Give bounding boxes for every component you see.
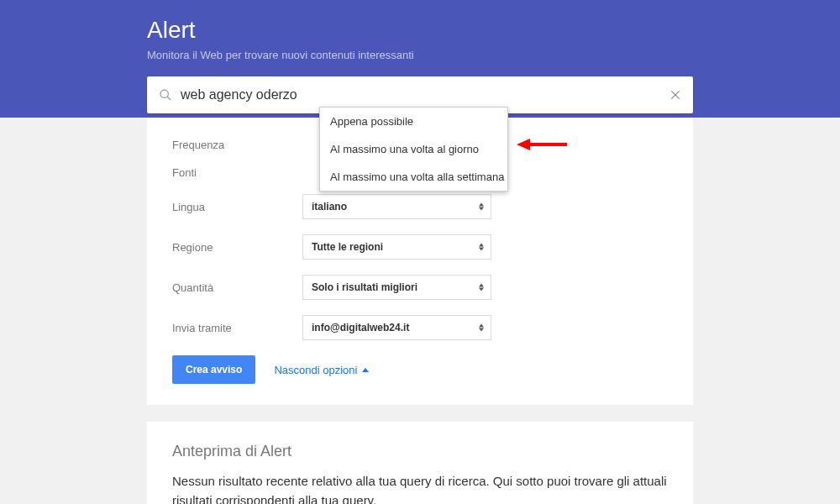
select-invia[interactable]: info@digitalweb24.it (302, 315, 491, 340)
svg-line-1 (167, 97, 171, 100)
hide-options-label: Nascondi opzioni (274, 364, 357, 376)
select-quantita[interactable]: Solo i risultati migliori (302, 275, 491, 300)
dropdown-option-0[interactable]: Appena possibile (320, 108, 507, 135)
label-regione: Regione (172, 241, 302, 254)
search-icon (159, 88, 172, 102)
search-input[interactable] (181, 87, 669, 102)
dropdown-option-1[interactable]: Al massimo una volta al giorno (320, 135, 507, 163)
updown-icon (479, 324, 484, 332)
select-quantita-value: Solo i risultati migliori (312, 281, 417, 293)
updown-icon (479, 244, 484, 251)
select-invia-value: info@digitalweb24.it (312, 322, 409, 333)
label-fonti: Fonti (172, 166, 302, 179)
header: Alert Monitora il Web per trovare nuovi … (0, 0, 840, 118)
select-regione-value: Tutte le regioni (312, 241, 383, 253)
svg-marker-5 (517, 139, 530, 150)
page-subtitle: Monitora il Web per trovare nuovi conten… (147, 49, 693, 61)
preview-card: Anteprima di Alert Nessun risultato rece… (147, 422, 693, 504)
select-regione[interactable]: Tutte le regioni (302, 234, 491, 260)
preview-title: Anteprima di Alert (172, 443, 668, 460)
preview-text: Nessun risultato recente relativo alla t… (172, 472, 668, 504)
select-lingua[interactable]: italiano (302, 194, 491, 219)
caret-up-icon (362, 368, 369, 372)
updown-icon (479, 284, 484, 291)
label-quantita: Quantità (172, 281, 302, 294)
create-alert-button[interactable]: Crea avviso (172, 355, 255, 384)
annotation-arrow-icon (517, 136, 567, 156)
frequenza-dropdown: Appena possibile Al massimo una volta al… (319, 107, 508, 192)
clear-icon[interactable] (669, 89, 681, 101)
label-invia: Invia tramite (172, 322, 302, 334)
select-lingua-value: italiano (312, 201, 347, 213)
page-title: Alert (147, 17, 693, 44)
dropdown-option-2[interactable]: Al massimo una volta alla settimana (320, 163, 507, 191)
hide-options-link[interactable]: Nascondi opzioni (274, 364, 369, 376)
svg-point-0 (160, 90, 168, 97)
updown-icon (479, 203, 484, 211)
label-frequenza: Frequenza (172, 139, 302, 151)
label-lingua: Lingua (172, 201, 302, 213)
